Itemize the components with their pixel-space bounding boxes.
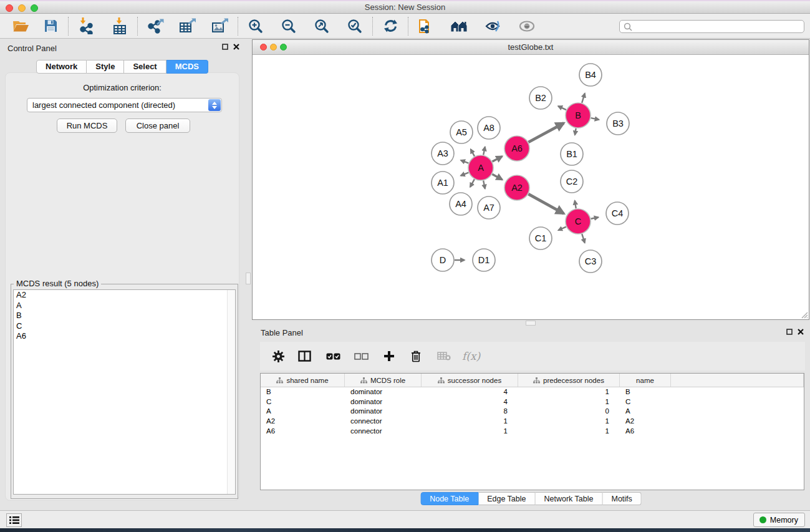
zoom-selected-button[interactable] <box>344 16 365 36</box>
function-builder-button[interactable]: f(x) <box>462 350 480 362</box>
tab-edge-table[interactable]: Edge Table <box>478 492 535 505</box>
graph-node-A6[interactable]: A6 <box>504 136 529 161</box>
search-input[interactable] <box>619 20 804 33</box>
horizontal-splitter-grip[interactable] <box>526 321 536 326</box>
graph-node-A8[interactable]: A8 <box>478 117 500 139</box>
cell[interactable]: A <box>620 407 671 417</box>
table-row[interactable]: Adominator80A <box>261 407 804 417</box>
result-item[interactable]: C <box>14 321 235 332</box>
cell[interactable]: 1 <box>518 427 620 437</box>
show-eye-button[interactable] <box>516 16 538 36</box>
zoom-in-button[interactable] <box>245 16 266 36</box>
refresh-view-button[interactable] <box>380 16 401 36</box>
graph-node-A1[interactable]: A1 <box>432 172 454 194</box>
graph-edge-B-B4[interactable] <box>582 94 585 103</box>
cell[interactable]: 4 <box>422 397 518 407</box>
network-close-button[interactable] <box>260 44 267 51</box>
graph-node-D[interactable]: D <box>432 249 454 271</box>
column-settings-button[interactable] <box>272 351 284 362</box>
close-window-button[interactable] <box>6 4 13 12</box>
deselect-all-columns-button[interactable] <box>354 353 369 360</box>
graph-edge-C-C2[interactable] <box>575 201 576 209</box>
column-header-successor-nodes[interactable]: successor nodes <box>422 374 518 387</box>
cell[interactable]: 0 <box>518 407 620 417</box>
export-network-button[interactable] <box>145 16 166 36</box>
column-header-name[interactable]: name <box>620 374 671 387</box>
cell[interactable]: B <box>261 387 345 397</box>
close-panel-icon[interactable] <box>233 44 239 50</box>
graph-edge-C-C4[interactable] <box>591 217 599 218</box>
cell[interactable]: B <box>620 387 671 397</box>
graph-node-C2[interactable]: C2 <box>561 170 583 193</box>
home-button[interactable] <box>449 16 470 36</box>
network-zoom-button[interactable] <box>280 44 287 51</box>
import-table-button[interactable] <box>109 16 130 36</box>
network-canvas[interactable]: B4B2BB3A5A8A6A3B1AC2A1A2A4A7C4CC1DD1C3 <box>253 55 809 319</box>
graph-edge-B-B1[interactable] <box>575 128 576 135</box>
cell[interactable]: 1 <box>422 417 518 427</box>
tab-select[interactable]: Select <box>124 60 166 74</box>
tab-network-table[interactable]: Network Table <box>536 492 603 505</box>
column-header-shared-name[interactable]: shared name <box>261 374 345 387</box>
memory-button[interactable]: Memory <box>753 513 805 527</box>
graph-node-C[interactable]: C <box>566 209 591 234</box>
hide-graphics-details-button[interactable] <box>483 16 504 36</box>
delete-table-button[interactable] <box>437 352 451 360</box>
zoom-fit-button[interactable] <box>311 16 332 36</box>
table-row[interactable]: A6connector11A6 <box>261 427 804 437</box>
float-panel-icon[interactable] <box>222 44 228 50</box>
column-header-predecessor-nodes[interactable]: predecessor nodes <box>518 374 620 387</box>
cell[interactable]: A <box>261 407 345 417</box>
zoom-window-button[interactable] <box>31 4 38 12</box>
graph-edge-A6-B[interactable] <box>528 123 564 142</box>
result-item[interactable]: A2 <box>14 290 235 301</box>
cell[interactable]: C <box>261 397 345 407</box>
cell[interactable]: A2 <box>261 417 345 427</box>
cell[interactable]: 1 <box>518 397 620 407</box>
graph-node-C1[interactable]: C1 <box>529 227 552 249</box>
run-mcds-button[interactable]: Run MCDS <box>57 118 117 133</box>
close-table-panel-icon[interactable] <box>798 329 804 335</box>
float-table-panel-icon[interactable] <box>786 329 793 335</box>
tab-mcds[interactable]: MCDS <box>166 60 208 74</box>
graph-node-A7[interactable]: A7 <box>478 196 500 219</box>
column-header-MCDS-role[interactable]: MCDS role <box>345 374 422 387</box>
save-session-button[interactable] <box>40 16 61 36</box>
graph-edge-C-C3[interactable] <box>582 234 584 243</box>
graph-node-D1[interactable]: D1 <box>473 249 495 271</box>
graph-edge-A-A7[interactable] <box>483 181 485 189</box>
graph-edge-A-A8[interactable] <box>483 147 485 155</box>
cell[interactable]: A6 <box>620 427 671 437</box>
graph-node-A5[interactable]: A5 <box>450 121 473 143</box>
delete-column-button[interactable] <box>411 351 421 362</box>
cell[interactable]: 4 <box>422 387 518 397</box>
tab-motifs[interactable]: Motifs <box>602 492 641 505</box>
graph-edge-B-B2[interactable] <box>558 106 566 110</box>
cell[interactable]: 1 <box>518 387 620 397</box>
table-row[interactable]: Cdominator41C <box>261 397 804 407</box>
graph-edge-C-C1[interactable] <box>558 227 566 231</box>
vertical-splitter-grip[interactable] <box>246 273 251 284</box>
network-minimize-button[interactable] <box>270 44 277 51</box>
graph-edge-A-A5[interactable] <box>471 149 475 156</box>
cell[interactable]: 1 <box>422 427 518 437</box>
cell[interactable]: connector <box>345 417 422 427</box>
cell[interactable]: dominator <box>345 397 422 407</box>
window-resize-grip-icon[interactable] <box>800 311 808 319</box>
task-history-button[interactable] <box>6 513 22 527</box>
graph-node-C4[interactable]: C4 <box>606 202 629 225</box>
graph-edge-A-A2[interactable] <box>492 174 502 180</box>
graph-node-B3[interactable]: B3 <box>607 112 629 135</box>
cell[interactable]: C <box>620 397 671 407</box>
tab-style[interactable]: Style <box>87 60 124 74</box>
tab-node-table[interactable]: Node Table <box>420 492 478 505</box>
open-session-button[interactable] <box>10 16 31 36</box>
export-image-button[interactable] <box>210 16 231 36</box>
select-all-columns-button[interactable] <box>326 353 340 360</box>
minimize-window-button[interactable] <box>18 4 26 12</box>
graph-node-B[interactable]: B <box>566 103 591 128</box>
network-window-titlebar[interactable]: testGlobe.txt <box>253 40 809 55</box>
graph-node-A4[interactable]: A4 <box>450 193 472 215</box>
graph-node-A2[interactable]: A2 <box>504 175 529 200</box>
zoom-out-button[interactable] <box>278 16 299 36</box>
